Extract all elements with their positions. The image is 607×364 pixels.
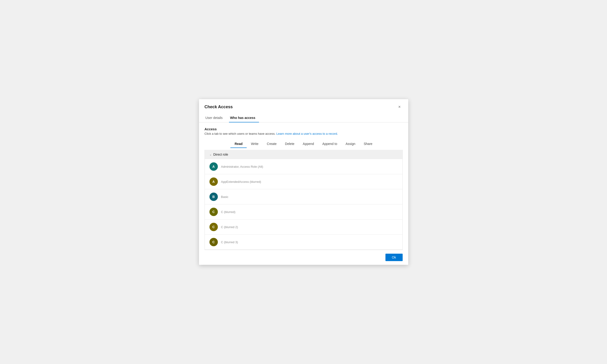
perm-tab-create[interactable]: Create bbox=[263, 140, 281, 148]
record-name: C (blurred 2) bbox=[221, 225, 238, 229]
table-row: A Administrator, Access Role (All) bbox=[205, 159, 403, 174]
tab-user-details[interactable]: User details bbox=[204, 114, 227, 122]
dialog-header: Check Access × bbox=[199, 99, 408, 110]
permission-tabs: Read Write Create Delete Append Append t… bbox=[204, 140, 403, 150]
perm-tab-share[interactable]: Share bbox=[359, 140, 376, 148]
perm-tab-write[interactable]: Write bbox=[247, 140, 262, 148]
access-description: Click a tab to see which users or teams … bbox=[204, 132, 403, 135]
ok-button[interactable]: Ok bbox=[385, 254, 403, 261]
close-button[interactable]: × bbox=[396, 104, 403, 110]
direct-role-header[interactable]: ⌄ Direct role bbox=[205, 150, 403, 159]
chevron-down-icon: ⌄ bbox=[209, 153, 212, 156]
content-area: Access Click a tab to see which users or… bbox=[199, 122, 408, 250]
record-name: C (blurred) bbox=[221, 210, 235, 214]
perm-tab-append[interactable]: Append bbox=[298, 140, 318, 148]
table-row: C C (blurred 3) bbox=[205, 235, 403, 250]
access-title: Access bbox=[204, 127, 403, 131]
table-row: B Basic bbox=[205, 189, 403, 204]
perm-tab-assign[interactable]: Assign bbox=[341, 140, 359, 148]
access-description-text: Click a tab to see which users or teams … bbox=[204, 132, 276, 135]
perm-tab-delete[interactable]: Delete bbox=[281, 140, 298, 148]
tab-who-has-access[interactable]: Who has access bbox=[229, 114, 259, 122]
avatar: C bbox=[209, 208, 218, 216]
perm-tab-read[interactable]: Read bbox=[230, 140, 247, 148]
record-name: Administrator, Access Role (All) bbox=[221, 165, 263, 169]
dialog-title: Check Access bbox=[204, 104, 233, 109]
table-row: A AppExtendedAccess (blurred) bbox=[205, 174, 403, 189]
avatar: C bbox=[209, 238, 218, 246]
record-name: C (blurred 3) bbox=[221, 240, 238, 244]
table-row: C C (blurred 2) bbox=[205, 220, 403, 235]
record-name: AppExtendedAccess (blurred) bbox=[221, 180, 261, 183]
access-learn-more-link[interactable]: Learn more about a user's access to a re… bbox=[276, 132, 338, 135]
avatar: B bbox=[209, 193, 218, 201]
table-row: C C (blurred) bbox=[205, 204, 403, 220]
main-tabs: User details Who has access bbox=[199, 114, 408, 122]
dialog-footer: Ok bbox=[199, 250, 408, 265]
direct-role-label: Direct role bbox=[213, 153, 228, 156]
avatar: A bbox=[209, 178, 218, 186]
check-access-dialog: Check Access × User details Who has acce… bbox=[199, 99, 408, 265]
record-name: Basic bbox=[221, 195, 229, 199]
perm-tab-append-to[interactable]: Append to bbox=[318, 140, 341, 148]
records-section: ⌄ Direct role A Administrator, Access Ro… bbox=[204, 150, 403, 250]
avatar: C bbox=[209, 223, 218, 231]
avatar: A bbox=[209, 162, 218, 171]
